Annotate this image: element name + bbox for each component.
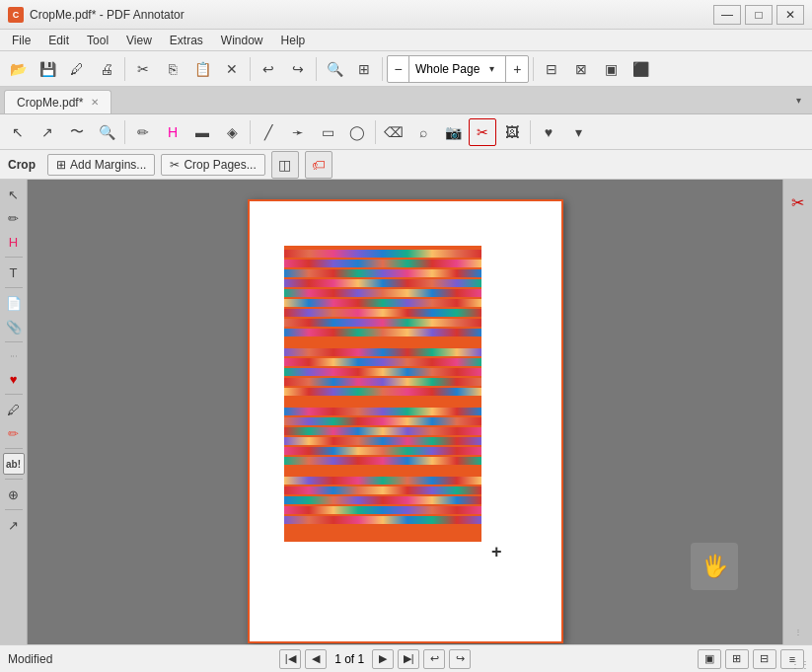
pen-left-tool[interactable]: 🖊 bbox=[3, 399, 25, 420]
lasso-tool-button[interactable]: 〜 bbox=[63, 118, 91, 146]
left-sep6 bbox=[5, 479, 23, 480]
menu-file[interactable]: File bbox=[4, 32, 38, 49]
delete-button[interactable]: ✕ bbox=[218, 55, 246, 83]
left-sep7 bbox=[5, 509, 23, 510]
zoom-control: − Whole Page ▾ + bbox=[387, 55, 529, 83]
sep-ann1 bbox=[124, 120, 125, 144]
prev-page-button[interactable]: ◀ bbox=[305, 649, 327, 669]
tab-cropme[interactable]: CropMe.pdf* ✕ bbox=[4, 90, 111, 113]
attach-left-tool[interactable]: 📎 bbox=[3, 316, 25, 337]
select-tool-button[interactable]: ↖ bbox=[4, 118, 32, 146]
sep-ann3 bbox=[375, 120, 376, 144]
add-margins-button[interactable]: ⊞ Add Margins... bbox=[47, 154, 155, 176]
search-button[interactable]: 🔍 bbox=[321, 55, 348, 83]
nav-forward-button[interactable]: ↪ bbox=[449, 649, 471, 669]
hand-icon: 🖐 bbox=[701, 554, 728, 579]
menu-edit[interactable]: Edit bbox=[40, 32, 77, 49]
tab-bar: CropMe.pdf* ✕ ▾ bbox=[0, 87, 812, 114]
rect-tool-button[interactable]: ▭ bbox=[314, 118, 341, 146]
maximize-button[interactable]: □ bbox=[745, 5, 773, 25]
highlighter-tool-button[interactable]: H bbox=[159, 118, 186, 146]
eraser-left-tool[interactable]: ✏ bbox=[3, 422, 25, 444]
pencil-tool-button[interactable]: ✏ bbox=[129, 118, 157, 146]
single-page-button[interactable]: ▣ bbox=[597, 55, 625, 83]
zoom-in-tool-button[interactable]: 🔍 bbox=[93, 118, 120, 146]
favorite-tool-button[interactable]: ♥ bbox=[535, 118, 562, 146]
content-area[interactable]: + 🖐 bbox=[28, 180, 782, 644]
arrowup-left-tool[interactable]: ↗ bbox=[3, 514, 25, 536]
crop-pages-icon: ✂ bbox=[170, 158, 180, 172]
add-margins-label: Add Margins... bbox=[70, 158, 146, 172]
ellipse-tool-button[interactable]: ◯ bbox=[343, 118, 371, 146]
tab-dropdown[interactable]: ▾ bbox=[788, 86, 808, 113]
last-page-button[interactable]: ▶| bbox=[398, 649, 419, 669]
menu-window[interactable]: Window bbox=[213, 32, 271, 49]
text-line-12 bbox=[284, 368, 481, 376]
text-line-25 bbox=[284, 516, 481, 524]
app-icon: C bbox=[8, 7, 24, 23]
cut-button[interactable]: ✂ bbox=[129, 55, 157, 83]
tag-button[interactable]: 🏷 bbox=[305, 151, 332, 179]
crop-pages-button[interactable]: ✂ Crop Pages... bbox=[161, 154, 264, 176]
favorite-dropdown-button[interactable]: ▾ bbox=[564, 118, 592, 146]
continuous-button[interactable]: ⬛ bbox=[627, 55, 654, 83]
separator2 bbox=[250, 57, 251, 81]
redo-button[interactable]: ↪ bbox=[284, 55, 312, 83]
text-left-tool[interactable]: T bbox=[3, 261, 25, 283]
pencil-left-tool[interactable]: ✏ bbox=[3, 207, 25, 229]
save-button[interactable]: 💾 bbox=[34, 55, 61, 83]
annotate-button[interactable]: 🖊 bbox=[63, 55, 91, 83]
stamp-left-tool[interactable]: ⊕ bbox=[3, 484, 25, 505]
arrow-left-tool[interactable]: ↖ bbox=[3, 184, 25, 205]
separator4 bbox=[382, 57, 383, 81]
crop-right-icon[interactable]: ✂ bbox=[787, 191, 809, 213]
eraser-tool-button[interactable]: ⌫ bbox=[380, 118, 407, 146]
floating-hand-button[interactable]: 🖐 bbox=[691, 543, 738, 590]
zoom-options-button[interactable]: ⊞ bbox=[350, 55, 378, 83]
textbox-left-tool[interactable]: ab! bbox=[3, 453, 25, 475]
text-line-10 bbox=[284, 348, 481, 356]
zoom-out-button[interactable]: − bbox=[388, 55, 409, 83]
paste-button[interactable]: 📋 bbox=[188, 55, 216, 83]
search-tool-button[interactable]: ⌕ bbox=[409, 118, 437, 146]
photo-tool-button[interactable]: 🖼 bbox=[498, 118, 526, 146]
rect-fill-tool-button[interactable]: ▬ bbox=[188, 118, 216, 146]
copy-button[interactable]: ⎘ bbox=[159, 55, 186, 83]
next-page-button[interactable]: ▶ bbox=[372, 649, 394, 669]
double-view-button[interactable]: ⊞ bbox=[725, 649, 749, 669]
menu-extras[interactable]: Extras bbox=[162, 32, 211, 49]
print-button[interactable]: 🖨 bbox=[93, 55, 120, 83]
highlight-left-tool[interactable]: H bbox=[3, 231, 25, 253]
mask-button[interactable]: ◫ bbox=[271, 151, 299, 179]
fit-width-button[interactable]: ⊠ bbox=[567, 55, 595, 83]
note-left-tool[interactable]: 📄 bbox=[3, 292, 25, 314]
minimize-button[interactable]: — bbox=[713, 5, 741, 25]
single-view-button[interactable]: ▣ bbox=[698, 649, 721, 669]
menu-help[interactable]: Help bbox=[273, 32, 314, 49]
undo-button[interactable]: ↩ bbox=[255, 55, 282, 83]
text-line-9 bbox=[284, 329, 481, 336]
crop-label: Crop bbox=[8, 158, 36, 172]
heart-left-tool[interactable]: ♥ bbox=[3, 368, 25, 390]
resize-dots-right: ⋮ bbox=[794, 628, 802, 640]
text-line-17 bbox=[284, 427, 481, 435]
first-page-button[interactable]: |◀ bbox=[279, 649, 301, 669]
grid-view-button[interactable]: ⊟ bbox=[753, 649, 776, 669]
zoom-dropdown-button[interactable]: ▾ bbox=[483, 55, 499, 83]
zoom-add-button[interactable]: + bbox=[506, 55, 528, 83]
open-button[interactable]: 📂 bbox=[4, 55, 32, 83]
tab-close-icon[interactable]: ✕ bbox=[91, 97, 99, 108]
screenshot-tool-button[interactable]: 📷 bbox=[439, 118, 467, 146]
fit-page-button[interactable]: ⊟ bbox=[538, 55, 565, 83]
menu-view[interactable]: View bbox=[118, 32, 160, 49]
menu-tool[interactable]: Tool bbox=[79, 32, 116, 49]
arrow-tool-button[interactable]: ➛ bbox=[284, 118, 312, 146]
crop-tool-button[interactable]: ✂ bbox=[469, 118, 496, 146]
nav-back-button[interactable]: ↩ bbox=[423, 649, 445, 669]
text-line-8 bbox=[284, 319, 481, 327]
text-line-15 bbox=[284, 408, 481, 415]
line-tool-button[interactable]: ╱ bbox=[255, 118, 282, 146]
shapes-tool-button[interactable]: ◈ bbox=[218, 118, 246, 146]
pointer-tool-button[interactable]: ↗ bbox=[34, 118, 61, 146]
close-button[interactable]: ✕ bbox=[776, 5, 804, 25]
